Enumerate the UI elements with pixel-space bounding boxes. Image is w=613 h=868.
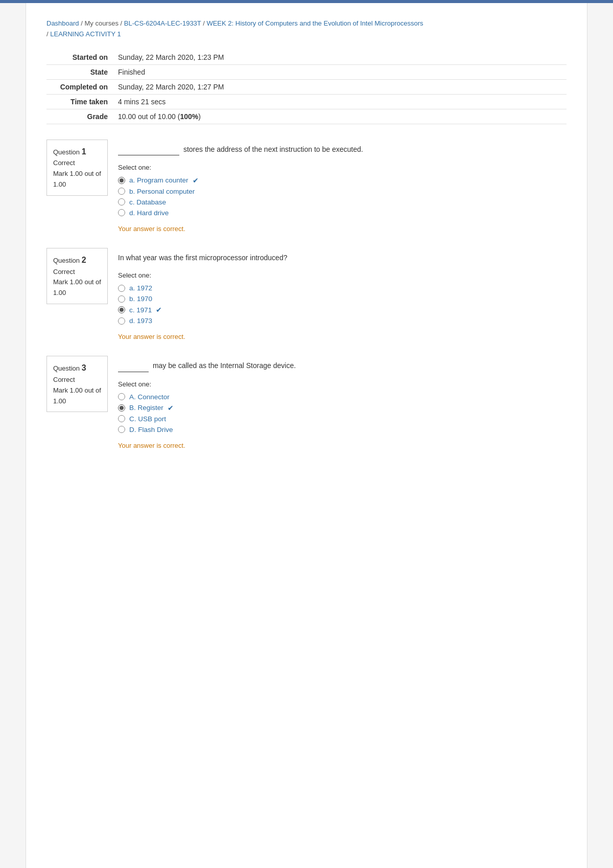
q3-status: Correct xyxy=(53,375,101,385)
value-started: Sunday, 22 March 2020, 1:23 PM xyxy=(113,50,567,65)
q3-text: may be called as the Internal Storage de… xyxy=(118,360,567,372)
q1-number: Question 1 xyxy=(53,145,101,158)
breadcrumb-course[interactable]: BL-CS-6204A-LEC-1933T xyxy=(124,19,201,27)
q1-feedback: Your answer is correct. xyxy=(118,225,567,233)
q1-blank xyxy=(118,144,179,155)
summary-table: Started on Sunday, 22 March 2020, 1:23 P… xyxy=(46,50,567,124)
q1-check-a: ✔ xyxy=(193,176,199,185)
q3-number: Question 3 xyxy=(53,361,101,375)
q3-mark: Mark 1.00 out of 1.00 xyxy=(53,385,101,407)
summary-row-time: Time taken 4 mins 21 secs xyxy=(46,94,567,109)
q2-option-d[interactable]: d. 1973 xyxy=(118,317,567,325)
q2-option-a-label: a. 1972 xyxy=(129,284,152,292)
page-wrapper: Dashboard / My courses / BL-CS-6204A-LEC… xyxy=(26,3,587,868)
q2-option-b[interactable]: b. 1970 xyxy=(118,295,567,303)
q1-option-a[interactable]: a. Program counter ✔ xyxy=(118,176,567,185)
q1-status: Correct xyxy=(53,158,101,169)
question-1-block: Question 1 Correct Mark 1.00 out of 1.00… xyxy=(46,140,567,233)
question-3-block: Question 3 Correct Mark 1.00 out of 1.00… xyxy=(46,356,567,449)
q1-option-c[interactable]: c. Database xyxy=(118,198,567,206)
q2-check-c: ✔ xyxy=(156,306,162,314)
q3-blank xyxy=(118,360,149,372)
q3-options: A. Connector B. Register ✔ C. USB port D… xyxy=(118,393,567,433)
summary-row-completed: Completed on Sunday, 22 March 2020, 1:27… xyxy=(46,79,567,94)
q2-text-main: In what year was the first microprocesso… xyxy=(118,254,287,262)
q2-feedback: Your answer is correct. xyxy=(118,333,567,340)
q3-select-label: Select one: xyxy=(118,380,567,388)
question-2-body: In what year was the first microprocesso… xyxy=(118,248,567,340)
value-grade: 10.00 out of 10.00 (100%) xyxy=(113,109,567,124)
q2-option-c-label: c. 1971 xyxy=(129,306,152,314)
question-3-sidebar: Question 3 Correct Mark 1.00 out of 1.00 xyxy=(46,356,108,412)
q1-text-suffix: stores the address of the next instructi… xyxy=(183,145,363,153)
q3-option-a[interactable]: A. Connector xyxy=(118,393,567,401)
breadcrumb-activity[interactable]: LEARNING ACTIVITY 1 xyxy=(50,30,121,38)
content-area: Dashboard / My courses / BL-CS-6204A-LEC… xyxy=(26,3,587,485)
q1-option-b-label: b. Personal computer xyxy=(129,188,195,195)
q3-check-b: ✔ xyxy=(168,404,174,412)
q1-option-a-label: a. Program counter xyxy=(129,176,188,184)
question-2-block: Question 2 Correct Mark 1.00 out of 1.00… xyxy=(46,248,567,340)
q3-feedback: Your answer is correct. xyxy=(118,442,567,449)
value-state: Finished xyxy=(113,64,567,79)
question-1-sidebar: Question 1 Correct Mark 1.00 out of 1.00 xyxy=(46,140,108,196)
label-state: State xyxy=(46,64,113,79)
q3-option-d[interactable]: D. Flash Drive xyxy=(118,426,567,433)
q2-mark: Mark 1.00 out of 1.00 xyxy=(53,277,101,299)
q1-option-b[interactable]: b. Personal computer xyxy=(118,188,567,195)
q2-options: a. 1972 b. 1970 c. 1971 ✔ d. 1973 xyxy=(118,284,567,325)
label-started: Started on xyxy=(46,50,113,65)
q3-option-a-label: A. Connector xyxy=(129,393,170,401)
value-time: 4 mins 21 secs xyxy=(113,94,567,109)
summary-row-state: State Finished xyxy=(46,64,567,79)
q2-option-b-label: b. 1970 xyxy=(129,295,152,303)
summary-row-grade: Grade 10.00 out of 10.00 (100%) xyxy=(46,109,567,124)
value-completed: Sunday, 22 March 2020, 1:27 PM xyxy=(113,79,567,94)
breadcrumb-week[interactable]: WEEK 2: History of Computers and the Evo… xyxy=(206,19,423,27)
question-1-body: stores the address of the next instructi… xyxy=(118,140,567,233)
q1-select-label: Select one: xyxy=(118,164,567,171)
label-time: Time taken xyxy=(46,94,113,109)
q1-option-d[interactable]: d. Hard drive xyxy=(118,209,567,217)
label-completed: Completed on xyxy=(46,79,113,94)
label-grade: Grade xyxy=(46,109,113,124)
q3-option-c[interactable]: C. USB port xyxy=(118,415,567,423)
q2-text: In what year was the first microprocesso… xyxy=(118,252,567,263)
q3-option-b[interactable]: B. Register ✔ xyxy=(118,404,567,412)
q1-text: stores the address of the next instructi… xyxy=(118,144,567,155)
breadcrumb: Dashboard / My courses / BL-CS-6204A-LEC… xyxy=(46,18,567,40)
question-2-sidebar: Question 2 Correct Mark 1.00 out of 1.00 xyxy=(46,248,108,304)
q2-number: Question 2 xyxy=(53,254,101,267)
summary-row-started: Started on Sunday, 22 March 2020, 1:23 P… xyxy=(46,50,567,65)
q3-text-suffix: may be called as the Internal Storage de… xyxy=(153,361,296,370)
question-3-body: may be called as the Internal Storage de… xyxy=(118,356,567,449)
q2-option-a[interactable]: a. 1972 xyxy=(118,284,567,292)
q1-options: a. Program counter ✔ b. Personal compute… xyxy=(118,176,567,217)
q1-mark: Mark 1.00 out of 1.00 xyxy=(53,169,101,190)
q3-option-b-label: B. Register xyxy=(129,404,163,412)
q1-option-c-label: c. Database xyxy=(129,198,166,206)
q3-option-d-label: D. Flash Drive xyxy=(129,426,173,433)
q3-option-c-label: C. USB port xyxy=(129,415,166,423)
q2-option-c[interactable]: c. 1971 ✔ xyxy=(118,306,567,314)
q1-option-d-label: d. Hard drive xyxy=(129,209,169,217)
q2-status: Correct xyxy=(53,267,101,278)
q2-select-label: Select one: xyxy=(118,271,567,279)
q2-option-d-label: d. 1973 xyxy=(129,317,152,325)
breadcrumb-dashboard[interactable]: Dashboard xyxy=(46,19,79,27)
